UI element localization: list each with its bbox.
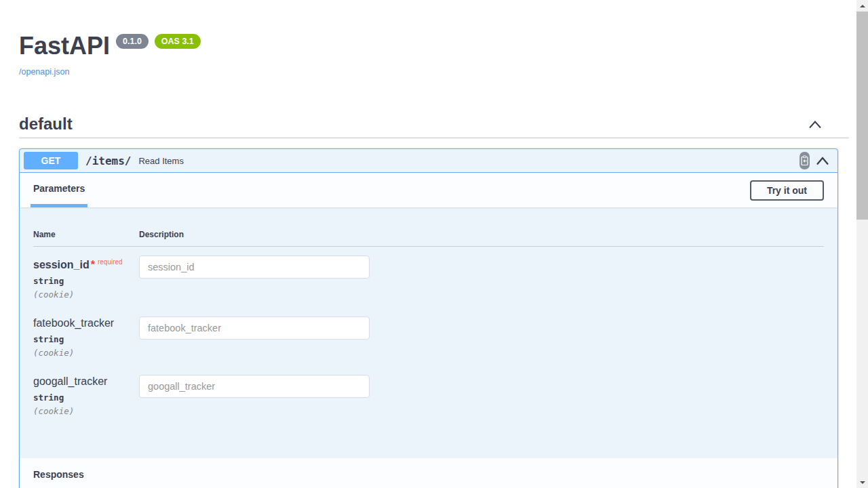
parameters-table-header: Name Description: [33, 221, 824, 247]
opblock-get-items: GET /items/ Read Items: [19, 148, 838, 488]
parameter-meta: session_id*required string (cookie): [33, 256, 139, 300]
operation-summary: Read Items: [138, 156, 183, 166]
required-asterisk: *: [91, 259, 95, 270]
parameters-tab-label: Parameters: [33, 183, 85, 194]
chevron-up-icon[interactable]: [808, 120, 822, 129]
vertical-scrollbar[interactable]: [856, 0, 868, 488]
api-title-row: FastAPI 0.1.0 OAS 3.1: [19, 33, 856, 60]
parameter-row-session-id: session_id*required string (cookie): [33, 247, 824, 308]
api-info-section: FastAPI 0.1.0 OAS 3.1 /openapi.json: [19, 0, 856, 77]
parameter-name: session_id*required: [33, 256, 139, 271]
scroll-down-button[interactable]: [856, 476, 868, 488]
parameter-type: string: [33, 334, 139, 344]
method-badge-get[interactable]: GET: [24, 152, 78, 169]
tab-parameters[interactable]: Parameters: [31, 173, 87, 207]
column-header-description: Description: [139, 230, 824, 239]
opblock-body: Parameters Try it out Name Description: [20, 173, 837, 488]
try-it-out-button[interactable]: Try it out: [750, 180, 824, 201]
parameter-name: googall_tracker: [33, 375, 139, 388]
parameter-type: string: [33, 392, 139, 403]
responses-title: Responses: [33, 469, 84, 480]
api-title: FastAPI: [19, 33, 110, 60]
triangle-up-icon: [860, 5, 865, 7]
scrollbar-thumb[interactable]: [856, 12, 868, 220]
fatebook-tracker-input[interactable]: [139, 317, 370, 340]
session-id-input[interactable]: [139, 256, 370, 279]
parameters-table: Name Description session_id*required str…: [20, 207, 837, 424]
clipboard-icon[interactable]: [800, 152, 810, 169]
parameter-name: fatebook_tracker: [33, 317, 139, 329]
oas-version-badge: OAS 3.1: [155, 34, 201, 49]
googall-tracker-input[interactable]: [139, 375, 370, 398]
column-header-name: Name: [33, 230, 139, 239]
swagger-page: FastAPI 0.1.0 OAS 3.1 /openapi.json defa…: [0, 0, 856, 488]
parameter-description-cell: [139, 317, 824, 358]
parameter-location: (cookie): [33, 348, 139, 358]
parameter-description-cell: [139, 256, 824, 300]
parameters-section-header: Parameters Try it out: [20, 173, 837, 207]
triangle-down-icon: [860, 481, 865, 484]
tag-title: default: [19, 115, 73, 134]
parameter-location: (cookie): [33, 406, 139, 416]
parameter-meta: fatebook_tracker string (cookie): [33, 317, 139, 358]
required-label: required: [98, 258, 123, 266]
responses-section-header: Responses: [20, 458, 837, 488]
parameter-location: (cookie): [33, 289, 139, 300]
openapi-spec-link[interactable]: /openapi.json: [19, 67, 69, 77]
parameter-row-googall-tracker: googall_tracker string (cookie): [33, 366, 824, 424]
chevron-up-icon[interactable]: [816, 157, 829, 165]
scroll-up-button[interactable]: [856, 0, 868, 12]
tag-header-default[interactable]: default: [19, 115, 849, 138]
tag-section-default: default GET /items/ Read Items: [19, 115, 849, 488]
parameter-row-fatebook-tracker: fatebook_tracker string (cookie): [33, 308, 824, 366]
parameter-type: string: [33, 276, 139, 286]
operation-path: /items/: [85, 155, 131, 167]
opblock-summary[interactable]: GET /items/ Read Items: [20, 149, 837, 173]
version-badge: 0.1.0: [116, 34, 149, 49]
parameter-meta: googall_tracker string (cookie): [33, 375, 139, 416]
parameter-description-cell: [139, 375, 824, 416]
